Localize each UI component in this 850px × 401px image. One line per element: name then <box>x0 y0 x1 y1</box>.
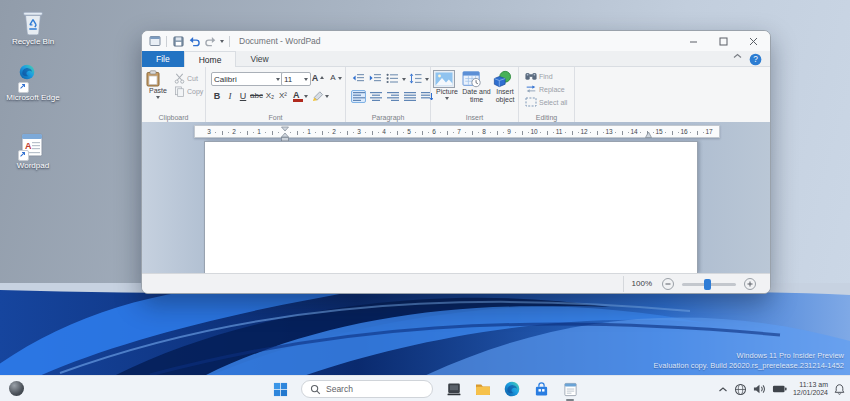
minimize-button[interactable] <box>678 31 708 51</box>
ruler-tick <box>703 132 704 133</box>
strikethrough-button[interactable]: abc <box>250 90 263 102</box>
file-explorer-icon[interactable] <box>475 381 491 397</box>
desktop: Recycle BinMicrosoft EdgeAWordpad Window… <box>0 0 850 401</box>
redo-icon[interactable] <box>204 35 217 48</box>
ruler-tick <box>453 132 454 133</box>
collapse-ribbon-icon[interactable] <box>730 53 744 59</box>
ruler[interactable]: 3211234567891011121314151617 <box>194 125 720 138</box>
bullets-icon[interactable] <box>385 72 400 85</box>
ruler-number: 3 <box>357 128 361 135</box>
notifications-bell-icon[interactable] <box>834 383 845 396</box>
grow-font-button[interactable]: A <box>309 72 324 84</box>
zoom-slider[interactable] <box>682 283 736 286</box>
desktop-icon-microsoft-edge[interactable]: Microsoft Edge <box>4 64 62 103</box>
superscript-button[interactable]: X² <box>277 90 289 102</box>
volume-icon[interactable] <box>753 383 766 395</box>
desktop-icon-recycle-bin[interactable]: Recycle Bin <box>4 8 62 47</box>
subscript-button[interactable]: X₂ <box>264 90 276 102</box>
ruler-number: 8 <box>482 128 486 135</box>
recycle-bin-icon <box>19 8 47 36</box>
italic-button[interactable]: I <box>224 90 236 102</box>
find-button[interactable]: Find <box>525 71 553 81</box>
underline-button[interactable]: U <box>237 90 249 102</box>
highlight-icon[interactable] <box>311 90 324 102</box>
font-family-combo[interactable]: Calibri <box>211 72 283 86</box>
align-right-icon[interactable] <box>385 90 400 103</box>
quick-access-toolbar: Document - WordPad <box>148 35 321 48</box>
replace-button[interactable]: Replace <box>525 84 565 94</box>
ruler-tick <box>265 132 266 133</box>
tab-file[interactable]: File <box>142 51 184 67</box>
paste-button[interactable]: Paste <box>145 70 171 101</box>
right-indent-marker[interactable] <box>645 131 652 138</box>
save-icon[interactable] <box>172 35 185 48</box>
search-placeholder: Search <box>326 384 353 394</box>
wordpad-menu-icon[interactable] <box>148 35 161 48</box>
ruler-tick <box>378 132 379 133</box>
bold-button[interactable]: B <box>211 90 223 102</box>
store-icon[interactable] <box>533 381 549 397</box>
clock-time: 11:13 am <box>793 381 828 390</box>
replace-label: Replace <box>539 86 565 93</box>
ruler-tick <box>522 131 523 135</box>
indent-marker[interactable] <box>281 126 289 142</box>
customize-qat-chevron-icon[interactable] <box>220 40 224 45</box>
align-center-icon[interactable] <box>368 90 383 103</box>
date-time-button[interactable]: Date and time <box>462 70 491 103</box>
clipboard-group: Paste Cut Copy Clipboard <box>142 67 206 122</box>
ruler-tick <box>340 132 341 133</box>
indent-decrease-icon[interactable] <box>351 72 366 85</box>
zoom-out-button[interactable] <box>662 278 674 290</box>
ruler-tick <box>240 132 241 133</box>
cut-button[interactable]: Cut <box>174 73 198 84</box>
ruler-tick <box>328 132 329 133</box>
taskbar-corner-icon[interactable] <box>9 381 24 396</box>
font-color-letter: A <box>293 90 300 100</box>
help-icon[interactable]: ? <box>748 53 762 66</box>
tab-home[interactable]: Home <box>184 51 237 68</box>
font-group-label: Font <box>206 114 345 121</box>
ruler-tick <box>553 132 554 133</box>
line-spacing-icon[interactable] <box>408 72 423 85</box>
undo-icon[interactable] <box>188 35 201 48</box>
wordpad-task-icon[interactable] <box>562 381 578 397</box>
insert-object-button[interactable]: Insert object <box>492 70 518 103</box>
svg-text:?: ? <box>753 54 758 64</box>
tab-view[interactable]: View <box>236 51 282 67</box>
zoom-level: 100% <box>632 279 652 288</box>
document-page[interactable] <box>204 141 698 273</box>
desktop-icon-wordpad[interactable]: AWordpad <box>4 132 62 171</box>
justify-icon[interactable] <box>402 90 417 103</box>
hidden-icons-chevron-icon[interactable] <box>718 386 728 393</box>
picture-button[interactable]: Picture <box>433 70 461 102</box>
paragraph-group-label: Paragraph <box>346 114 430 121</box>
ruler-tick <box>403 132 404 133</box>
align-left-icon[interactable] <box>351 90 366 103</box>
system-tray: 11:13 am 12/01/2024 <box>718 376 845 401</box>
ruler-tick <box>578 132 579 133</box>
pinned-dark-app-icon[interactable] <box>446 381 462 397</box>
ruler-tick <box>428 132 429 133</box>
ruler-number: 9 <box>507 128 511 135</box>
copy-button[interactable]: Copy <box>174 86 203 97</box>
divider <box>623 276 624 292</box>
zoom-in-button[interactable] <box>744 278 756 290</box>
shrink-font-button[interactable]: A <box>327 72 342 84</box>
desktop-icon-label: Microsoft Edge <box>4 94 62 103</box>
edge-icon[interactable] <box>504 381 520 397</box>
taskbar-search[interactable]: Search <box>301 380 433 398</box>
select-all-button[interactable]: Select all <box>525 97 567 107</box>
font-color-button[interactable]: A <box>293 91 303 102</box>
indent-increase-icon[interactable] <box>368 72 383 85</box>
network-icon[interactable] <box>734 383 747 396</box>
clock[interactable]: 11:13 am 12/01/2024 <box>793 381 828 398</box>
title-bar: Document - WordPad <box>142 31 770 51</box>
maximize-button[interactable] <box>708 31 738 51</box>
zoom-slider-thumb[interactable] <box>704 279 711 290</box>
close-button[interactable] <box>738 31 768 51</box>
battery-icon[interactable] <box>772 384 787 394</box>
ruler-tick <box>215 132 216 133</box>
start-button[interactable] <box>272 381 288 397</box>
ruler-number: 17 <box>705 128 712 135</box>
font-size-combo[interactable]: 11 <box>281 72 311 86</box>
